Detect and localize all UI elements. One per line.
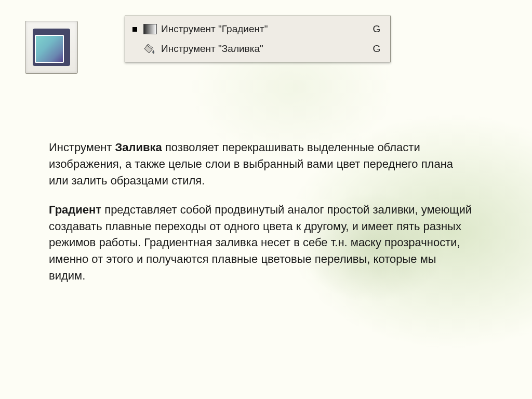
paragraph-fill: Инструмент Заливка позволяет перекрашива… xyxy=(49,139,473,189)
paint-bucket-icon xyxy=(143,44,156,54)
menu-item-label: Инструмент "Заливка" xyxy=(161,43,370,55)
gradient-tool-button[interactable] xyxy=(25,21,78,74)
menu-item-hotkey: G xyxy=(370,43,383,55)
menu-item-paint-bucket[interactable]: Инструмент "Заливка" G xyxy=(125,39,390,59)
tool-flyout-menu: Инструмент "Градиент" G Инструмент "Зали… xyxy=(125,16,391,62)
gradient-swatch-icon xyxy=(143,24,156,34)
menu-item-label: Инструмент "Градиент" xyxy=(161,23,370,35)
paragraph-gradient: Градиент представляет собой продвинутый … xyxy=(49,202,473,284)
selected-bullet-icon xyxy=(132,27,137,32)
body-text: Инструмент Заливка позволяет перекрашива… xyxy=(49,139,473,297)
menu-item-hotkey: G xyxy=(370,23,383,35)
slide: Инструмент "Градиент" G Инструмент "Зали… xyxy=(0,0,532,399)
bullet-placeholder xyxy=(132,47,137,51)
menu-item-gradient[interactable]: Инструмент "Градиент" G xyxy=(125,19,390,39)
gradient-icon xyxy=(33,29,70,66)
